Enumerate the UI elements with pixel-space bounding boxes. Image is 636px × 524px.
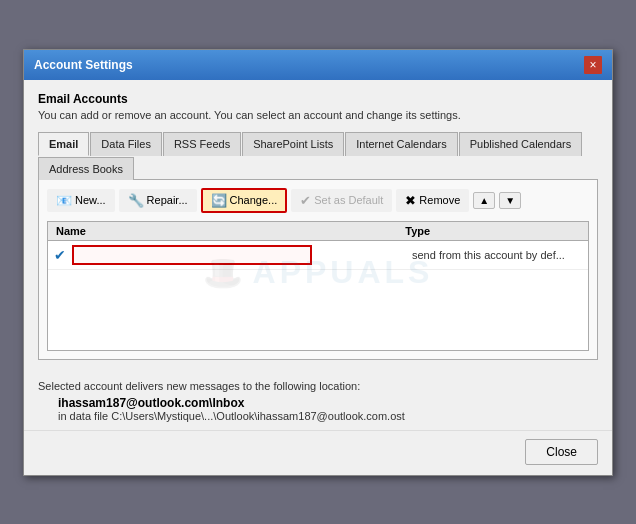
account-settings-window: Account Settings × Email Accounts You ca… bbox=[23, 49, 613, 476]
tab-published-calendars[interactable]: Published Calendars bbox=[459, 132, 583, 156]
set-default-button[interactable]: ✔ Set as Default bbox=[291, 189, 392, 212]
change-button[interactable]: 🔄 Change... bbox=[201, 188, 288, 213]
remove-icon: ✖ bbox=[405, 193, 416, 208]
close-window-button[interactable]: × bbox=[584, 56, 602, 74]
repair-button[interactable]: 🔧 Repair... bbox=[119, 189, 197, 212]
tabs-bar: Email Data Files RSS Feeds SharePoint Li… bbox=[38, 131, 598, 180]
tab-email[interactable]: Email bbox=[38, 132, 89, 156]
move-down-button[interactable]: ▼ bbox=[499, 192, 521, 209]
tab-internet-calendars[interactable]: Internet Calendars bbox=[345, 132, 458, 156]
account-name-input[interactable] bbox=[72, 245, 312, 265]
email-panel: 📧 New... 🔧 Repair... 🔄 Change... ✔ Set a… bbox=[38, 180, 598, 360]
move-up-button[interactable]: ▲ bbox=[473, 192, 495, 209]
tab-rss-feeds[interactable]: RSS Feeds bbox=[163, 132, 241, 156]
tab-sharepoint-lists[interactable]: SharePoint Lists bbox=[242, 132, 344, 156]
repair-icon: 🔧 bbox=[128, 193, 144, 208]
row-type: send from this account by def... bbox=[412, 249, 582, 261]
table-row[interactable]: ✔ send from this account by def... bbox=[48, 241, 588, 270]
toolbar: 📧 New... 🔧 Repair... 🔄 Change... ✔ Set a… bbox=[47, 188, 589, 213]
footer-path: in data file C:\Users\Mystique\...\Outlo… bbox=[58, 410, 598, 422]
col-header-type: Type bbox=[405, 225, 580, 237]
header-section: Email Accounts You can add or remove an … bbox=[38, 92, 598, 121]
title-bar: Account Settings × bbox=[24, 50, 612, 80]
new-button[interactable]: 📧 New... bbox=[47, 189, 115, 212]
section-title: Email Accounts bbox=[38, 92, 598, 106]
set-default-icon: ✔ bbox=[300, 193, 311, 208]
row-name-box bbox=[72, 245, 412, 265]
remove-button[interactable]: ✖ Remove bbox=[396, 189, 469, 212]
window-title: Account Settings bbox=[34, 58, 133, 72]
bottom-bar: Close bbox=[24, 430, 612, 475]
footer-email: ihassam187@outlook.com\Inbox bbox=[58, 396, 598, 410]
tab-data-files[interactable]: Data Files bbox=[90, 132, 162, 156]
change-icon: 🔄 bbox=[211, 193, 227, 208]
footer-section: Selected account delivers new messages t… bbox=[24, 370, 612, 430]
new-icon: 📧 bbox=[56, 193, 72, 208]
table-header: Name Type bbox=[48, 222, 588, 241]
accounts-table: Name Type ✔ send from this account by de… bbox=[47, 221, 589, 351]
close-button[interactable]: Close bbox=[525, 439, 598, 465]
col-header-name: Name bbox=[56, 225, 405, 237]
content-area: Email Accounts You can add or remove an … bbox=[24, 80, 612, 370]
section-description: You can add or remove an account. You ca… bbox=[38, 109, 598, 121]
footer-text: Selected account delivers new messages t… bbox=[38, 380, 598, 392]
account-icon: ✔ bbox=[54, 247, 66, 263]
tab-address-books[interactable]: Address Books bbox=[38, 157, 134, 180]
